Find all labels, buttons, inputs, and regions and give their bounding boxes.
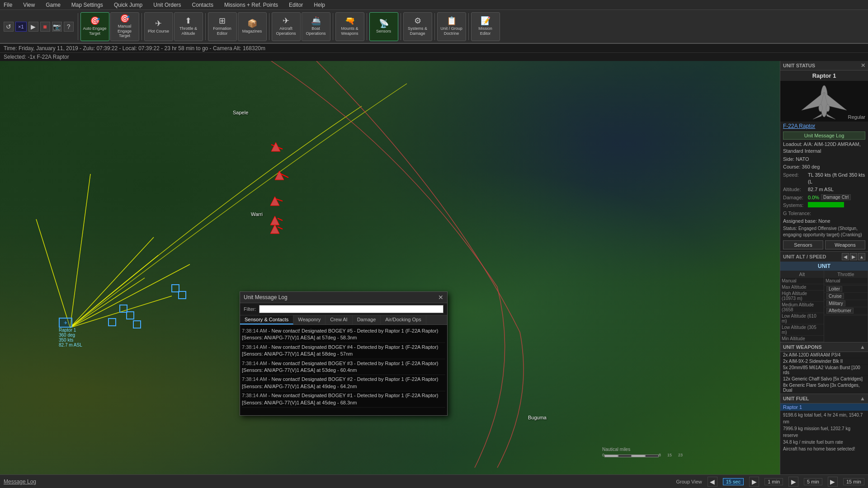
afterburner-row: Afterburner [824, 307, 868, 314]
afterburner-button[interactable]: Afterburner [826, 308, 854, 314]
menu-game[interactable]: Game [44, 2, 62, 8]
sensors-icon: 📡 [379, 19, 389, 28]
auto-engage-button[interactable]: 🎯 Auto EngageTarget [80, 12, 109, 41]
tab-damage[interactable]: Damage [353, 315, 381, 324]
sensors-button[interactable]: 📡 Sensors [369, 12, 398, 41]
mounts-weapons-button[interactable]: 🔫 Mounts &Weapons [335, 12, 364, 41]
plot-course-label: Plot Course [148, 29, 169, 34]
tab-weaponry[interactable]: Weaponry [293, 315, 326, 324]
magazines-button[interactable]: 📦 Magazines [238, 12, 267, 41]
playback-play3-bottom[interactable]: ▶ [828, 477, 838, 487]
manual-engage-button[interactable]: 🎯 Manual EngageTarget [110, 12, 139, 41]
systems-label-text: Systems: [783, 202, 808, 209]
weapons-close[interactable]: ▲ [860, 344, 865, 350]
unit-status-close[interactable]: ✕ [861, 62, 865, 69]
weapons-title: UNIT WEAPONS [783, 344, 822, 350]
menu-help[interactable]: Help [312, 2, 327, 8]
playback-play2-bottom[interactable]: ▶ [788, 477, 798, 487]
time-step-15sec[interactable]: 15 sec [723, 478, 744, 485]
unit-name: Raptor 1 [780, 70, 868, 81]
main-content: Sapele Warri Buguma ✈ Raptor 1 360 deg 3… [0, 61, 868, 474]
high-altitude-label: High Altitude (10973 m) [782, 291, 822, 301]
menu-bar: File View Game Map Settings Quick Jump U… [0, 0, 868, 10]
playback-play-bottom[interactable]: ▶ [749, 477, 759, 487]
map-area[interactable]: Sapele Warri Buguma ✈ Raptor 1 360 deg 3… [0, 61, 780, 474]
menu-missions[interactable]: Missions + Ref. Points [222, 2, 280, 8]
time-step-1min[interactable]: 1 min [764, 478, 783, 485]
weapons-panel-button[interactable]: Weapons [825, 240, 865, 249]
fuel-selected-unit[interactable]: Raptor 1 [780, 404, 868, 411]
message-log-link[interactable]: Message Log [4, 479, 36, 485]
loiter-button[interactable]: Loiter [826, 286, 842, 292]
filter-input[interactable] [259, 305, 444, 313]
stop-button[interactable]: ■ [40, 22, 50, 32]
course-value: Course: 360 deg [783, 164, 820, 170]
camera-button[interactable]: 📷 [52, 22, 62, 32]
nav-left-button[interactable]: ◀ [842, 253, 849, 260]
military-button[interactable]: Military [826, 300, 845, 306]
dialog-header[interactable]: Unit Message Log ✕ [240, 292, 447, 303]
tab-sensory-contacts[interactable]: Sensory & Contacts [240, 315, 293, 324]
auto-engage-icon: 🎯 [90, 17, 100, 25]
damage-ctrl-button[interactable]: Damage Ctrl [821, 194, 851, 200]
unit-group-doctrine-button[interactable]: 📋 Unit / GroupDoctrine [437, 12, 466, 41]
svg-marker-27 [826, 114, 835, 119]
scale-bar: Nautical miles 0 8 15 23 [602, 447, 683, 457]
nav-right-button[interactable]: ▶ [850, 253, 857, 260]
unit-image-area: Regular [780, 81, 868, 122]
log-entry-3: 7:38:14 AM - New contact! Designated BOG… [242, 359, 445, 375]
dialog-log-content[interactable]: 7:38:14 AM - New contact! Designated BOG… [240, 325, 447, 415]
plot-course-button[interactable]: ✈ Plot Course [144, 12, 173, 41]
playback-rewind-bottom[interactable]: ◀ [708, 477, 717, 487]
cruise-button[interactable]: Cruise [826, 293, 844, 299]
doctrine-label: Unit / GroupDoctrine [440, 26, 462, 36]
sensors-panel-button[interactable]: Sensors [783, 240, 823, 249]
assigned-base-value: Assigned base: None [783, 218, 830, 225]
unit-msg-log-button[interactable]: Unit Message Log [783, 131, 865, 140]
menu-quick-jump[interactable]: Quick Jump [112, 2, 144, 8]
menu-map-settings[interactable]: Map Settings [70, 2, 105, 8]
weapon-2: 2x AIM-9X-2 Sidewinder Blk II [780, 358, 868, 365]
weapon-4: 12x Generic Chaff Salvo [5x Cartridges] [780, 376, 868, 382]
high-altitude-row: High Altitude (10973 m) [780, 291, 824, 302]
weapons-header: UNIT WEAPONS ▲ [780, 343, 868, 352]
time-step-15min[interactable]: 15 min [843, 478, 864, 485]
unit-link[interactable]: F-22A Raptor [780, 122, 868, 131]
mission-editor-button[interactable]: 📝 MissionEditor [471, 12, 500, 41]
formation-icon: ⊞ [219, 17, 226, 25]
toolbar: ↺ ×1 ▶ ■ 📷 ? 🎯 Auto EngageTarget 🎯 Manua… [0, 10, 868, 44]
rewind-button[interactable]: ↺ [4, 22, 14, 32]
boat-ops-icon: 🚢 [311, 17, 321, 25]
fuel-close[interactable]: ▲ [860, 395, 865, 402]
svg-line-4 [70, 237, 154, 328]
menu-editor[interactable]: Editor [287, 2, 305, 8]
aircraft-ops-button[interactable]: ✈ AircraftOperations [272, 12, 301, 41]
menu-file[interactable]: File [2, 2, 14, 8]
menu-contacts[interactable]: Contacts [190, 2, 215, 8]
boat-ops-button[interactable]: 🚢 BoatOperations [302, 12, 330, 41]
boat-ops-label: BoatOperations [306, 26, 326, 36]
nav-expand-button[interactable]: ▲ [858, 253, 865, 260]
group-view-label: Group View [676, 479, 702, 484]
time-step-5min[interactable]: 5 min [804, 478, 822, 485]
play-button[interactable]: ▶ [28, 22, 38, 32]
dialog-close-button[interactable]: ✕ [438, 294, 443, 301]
unit-message-log-dialog: Unit Message Log ✕ Filter: Sensory & Con… [240, 291, 448, 416]
menu-unit-orders[interactable]: Unit Orders [151, 2, 183, 8]
extra-button[interactable]: ? [64, 22, 74, 32]
systems-damage-button[interactable]: ⚙ Systems &Damage [403, 12, 432, 41]
svg-point-28 [819, 104, 822, 112]
alt-col-header: Alt [780, 271, 824, 278]
formation-editor-button[interactable]: ⊞ FormationEditor [208, 12, 237, 41]
svg-rect-17 [172, 285, 179, 292]
raptor1-marker[interactable]: ✈ Raptor 1 360 deg 350 kts 82.7 m ASL [59, 318, 82, 347]
speed-row: Speed: TL 350 kts (ft Gnd 350 kts (L [780, 171, 868, 186]
throttle-altitude-button[interactable]: ⬆ Throttle &Altitude [174, 12, 203, 41]
min-altitude-label: Min Altitude [782, 336, 822, 341]
unit-quality: Regular [848, 114, 865, 120]
damage-label: Damage: [783, 194, 808, 201]
tab-air-docking[interactable]: Air/Docking Ops [381, 315, 426, 324]
menu-view[interactable]: View [21, 2, 37, 8]
selected-label: Selected: [4, 54, 26, 60]
tab-crew-ai[interactable]: Crew AI [326, 315, 353, 324]
